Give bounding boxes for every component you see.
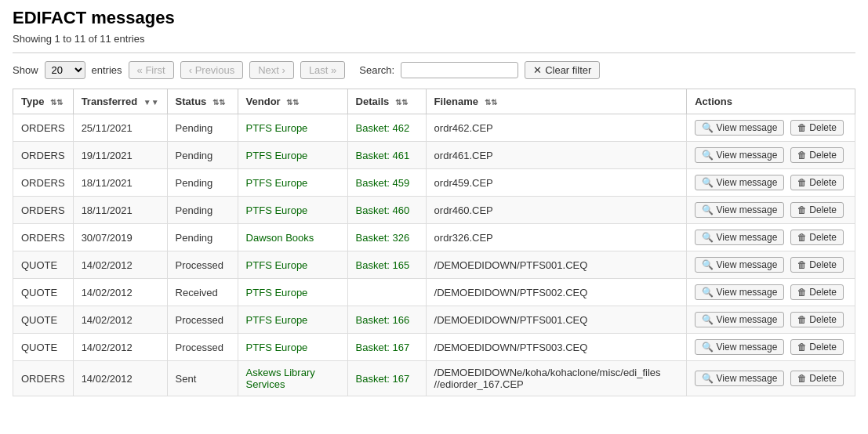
cell-actions: 🔍 View message 🗑 Delete: [687, 224, 855, 251]
cell-vendor: PTFS Europe: [238, 251, 347, 279]
view-message-button[interactable]: 🔍 View message: [695, 371, 784, 386]
clear-filter-button[interactable]: ✕ Clear filter: [525, 61, 600, 79]
delete-button[interactable]: 🗑 Delete: [790, 175, 844, 190]
basket-link[interactable]: Basket: 459: [356, 177, 410, 189]
cell-actions: 🔍 View message 🗑 Delete: [687, 306, 855, 334]
basket-link[interactable]: Basket: 326: [356, 232, 410, 244]
col-header-actions: Actions: [687, 89, 855, 114]
cell-actions: 🔍 View message 🗑 Delete: [687, 197, 855, 224]
view-message-button[interactable]: 🔍 View message: [695, 120, 784, 136]
basket-link[interactable]: Basket: 461: [356, 150, 410, 161]
delete-button[interactable]: 🗑 Delete: [790, 312, 844, 327]
vendor-link[interactable]: PTFS Europe: [246, 314, 308, 326]
cell-type: QUOTE: [13, 251, 74, 279]
cell-filename: ordr326.CEP: [426, 224, 687, 251]
cell-status: Received: [167, 279, 238, 306]
vendor-link[interactable]: PTFS Europe: [246, 287, 308, 298]
cell-status: Processed: [167, 251, 238, 279]
basket-link[interactable]: Basket: 166: [356, 314, 410, 326]
table-row: ORDERS 14/02/2012 Sent Askews Library Se…: [13, 361, 855, 396]
basket-link[interactable]: Basket: 167: [356, 373, 410, 385]
cell-transferred: 19/11/2021: [73, 142, 167, 169]
delete-button[interactable]: 🗑 Delete: [790, 339, 844, 355]
col-header-vendor[interactable]: Vendor ⇅: [238, 89, 347, 114]
vendor-sort-icon: ⇅: [286, 98, 299, 107]
show-select[interactable]: 10 20 50 100: [45, 61, 85, 79]
view-message-button[interactable]: 🔍 View message: [695, 312, 784, 327]
cell-transferred: 18/11/2021: [73, 197, 167, 224]
col-header-status[interactable]: Status ⇅: [167, 89, 238, 114]
delete-button[interactable]: 🗑 Delete: [790, 257, 844, 273]
vendor-link[interactable]: PTFS Europe: [246, 122, 308, 134]
view-message-button[interactable]: 🔍 View message: [695, 230, 784, 245]
view-message-button[interactable]: 🔍 View message: [695, 147, 784, 163]
table-row: ORDERS 25/11/2021 Pending PTFS Europe Ba…: [13, 114, 855, 142]
cell-details: Basket: 460: [347, 197, 426, 224]
cell-type: ORDERS: [13, 224, 74, 251]
delete-button[interactable]: 🗑 Delete: [790, 147, 844, 163]
cell-actions: 🔍 View message 🗑 Delete: [687, 361, 855, 396]
x-icon: ✕: [533, 64, 542, 76]
cell-filename: ordr460.CEP: [426, 197, 687, 224]
cell-details: Basket: 167: [347, 361, 426, 396]
cell-filename: ordr461.CEP: [426, 142, 687, 169]
search-input[interactable]: [401, 62, 518, 78]
cell-details: Basket: 326: [347, 224, 426, 251]
cell-vendor: PTFS Europe: [238, 279, 347, 306]
view-message-button[interactable]: 🔍 View message: [695, 175, 784, 190]
basket-link[interactable]: Basket: 165: [356, 259, 410, 271]
cell-type: QUOTE: [13, 306, 74, 334]
cell-type: ORDERS: [13, 142, 74, 169]
first-button[interactable]: « First: [129, 61, 174, 79]
vendor-link[interactable]: Askews Library Services: [246, 367, 315, 390]
view-message-button[interactable]: 🔍 View message: [695, 284, 784, 300]
details-sort-icon: ⇅: [395, 98, 408, 107]
cell-details: Basket: 167: [347, 334, 426, 361]
edifact-table: Type ⇅ Transferred ▼ Status ⇅ Vendor ⇅ D…: [13, 89, 855, 396]
cell-status: Sent: [167, 361, 238, 396]
cell-actions: 🔍 View message 🗑 Delete: [687, 334, 855, 361]
vendor-link[interactable]: PTFS Europe: [246, 177, 308, 189]
col-header-details[interactable]: Details ⇅: [347, 89, 426, 114]
previous-button[interactable]: ‹ Previous: [180, 61, 244, 79]
delete-button[interactable]: 🗑 Delete: [790, 120, 844, 136]
delete-button[interactable]: 🗑 Delete: [790, 202, 844, 218]
cell-details: [347, 279, 426, 306]
table-row: ORDERS 18/11/2021 Pending PTFS Europe Ba…: [13, 197, 855, 224]
cell-type: QUOTE: [13, 279, 74, 306]
col-header-transferred[interactable]: Transferred ▼: [73, 89, 167, 114]
cell-type: ORDERS: [13, 114, 74, 142]
cell-transferred: 14/02/2012: [73, 279, 167, 306]
table-row: QUOTE 14/02/2012 Processed PTFS Europe B…: [13, 251, 855, 279]
cell-actions: 🔍 View message 🗑 Delete: [687, 114, 855, 142]
cell-status: Pending: [167, 224, 238, 251]
vendor-link[interactable]: PTFS Europe: [246, 342, 308, 353]
table-row: ORDERS 19/11/2021 Pending PTFS Europe Ba…: [13, 142, 855, 169]
next-button[interactable]: Next ›: [249, 61, 294, 79]
view-message-button[interactable]: 🔍 View message: [695, 202, 784, 218]
vendor-link[interactable]: Dawson Books: [246, 232, 314, 244]
cell-filename: /DEMOEDIDOWN/PTFS002.CEQ: [426, 279, 687, 306]
view-message-button[interactable]: 🔍 View message: [695, 257, 784, 273]
basket-link[interactable]: Basket: 462: [356, 122, 410, 134]
delete-button[interactable]: 🗑 Delete: [790, 284, 844, 300]
basket-link[interactable]: Basket: 460: [356, 204, 410, 216]
cell-actions: 🔍 View message 🗑 Delete: [687, 251, 855, 279]
cell-filename: /DEMOEDIDOWN/PTFS001.CEQ: [426, 251, 687, 279]
vendor-link[interactable]: PTFS Europe: [246, 259, 308, 271]
vendor-link[interactable]: PTFS Europe: [246, 150, 308, 161]
delete-button[interactable]: 🗑 Delete: [790, 230, 844, 245]
cell-transferred: 14/02/2012: [73, 306, 167, 334]
col-header-filename[interactable]: Filename ⇅: [426, 89, 687, 114]
cell-status: Pending: [167, 114, 238, 142]
basket-link[interactable]: Basket: 167: [356, 342, 410, 353]
view-message-button[interactable]: 🔍 View message: [695, 339, 784, 355]
vendor-link[interactable]: PTFS Europe: [246, 204, 308, 216]
last-button[interactable]: Last »: [300, 61, 345, 79]
cell-filename: /DEMOEDIDOWN/PTFS001.CEQ: [426, 306, 687, 334]
cell-status: Processed: [167, 306, 238, 334]
cell-transferred: 18/11/2021: [73, 169, 167, 197]
delete-button[interactable]: 🗑 Delete: [790, 371, 844, 386]
status-sort-icon: ⇅: [212, 98, 225, 107]
col-header-type[interactable]: Type ⇅: [13, 89, 74, 114]
